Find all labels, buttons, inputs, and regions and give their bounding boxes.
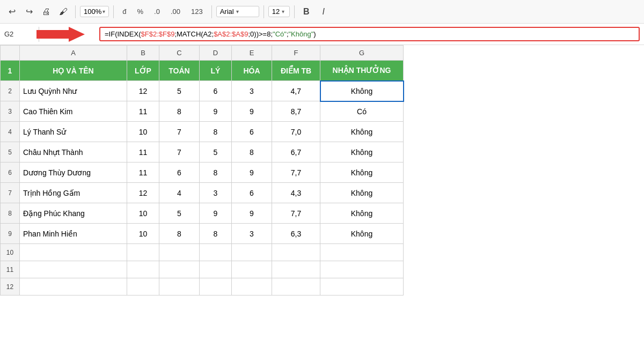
cell-name-8[interactable]: Đặng Phúc Khang bbox=[20, 203, 127, 224]
formula-input-box[interactable]: =IF(INDEX($F$2:$F$9;MATCH(A2;$A$2:$A$9;0… bbox=[99, 27, 640, 41]
cell-ly-7[interactable]: 3 bbox=[200, 183, 232, 203]
font-select[interactable]: Arial ▾ bbox=[216, 6, 259, 17]
empty-b-11[interactable] bbox=[127, 261, 159, 278]
col-header-c[interactable]: C bbox=[159, 46, 200, 61]
empty-e-12[interactable] bbox=[232, 278, 272, 295]
cell-hoa-9[interactable]: 3 bbox=[232, 224, 272, 244]
cell-hoa-8[interactable]: 9 bbox=[232, 203, 272, 224]
empty-f-10[interactable] bbox=[272, 244, 320, 261]
cell-hoa-5[interactable]: 8 bbox=[232, 142, 272, 162]
cell-lop-3[interactable]: 11 bbox=[127, 101, 159, 122]
cell-diem-5[interactable]: 6,7 bbox=[272, 142, 320, 162]
format-painter-button[interactable]: 🖌 bbox=[56, 4, 71, 19]
header-ly[interactable]: LÝ bbox=[200, 61, 232, 81]
cell-ly-2[interactable]: 6 bbox=[200, 81, 232, 101]
empty-a-10[interactable] bbox=[20, 244, 127, 261]
cell-ly-9[interactable]: 8 bbox=[200, 224, 232, 244]
cell-toan-4[interactable]: 7 bbox=[159, 122, 200, 142]
empty-c-12[interactable] bbox=[159, 278, 200, 295]
cell-name-7[interactable]: Trịnh Hồng Gấm bbox=[20, 183, 127, 203]
cell-hoa-2[interactable]: 3 bbox=[232, 81, 272, 101]
cell-diem-2[interactable]: 4,7 bbox=[272, 81, 320, 101]
cell-diem-4[interactable]: 7,0 bbox=[272, 122, 320, 142]
bold-button[interactable]: B bbox=[299, 4, 314, 19]
cell-result-5[interactable]: Không bbox=[320, 142, 404, 162]
decimal00-format-button[interactable]: .00 bbox=[166, 6, 185, 17]
empty-d-11[interactable] bbox=[200, 261, 232, 278]
empty-d-12[interactable] bbox=[200, 278, 232, 295]
cell-lop-6[interactable]: 11 bbox=[127, 162, 159, 183]
cell-ly-6[interactable]: 8 bbox=[200, 162, 232, 183]
empty-e-10[interactable] bbox=[232, 244, 272, 261]
cell-hoa-7[interactable]: 6 bbox=[232, 183, 272, 203]
cell-lop-2[interactable]: 12 bbox=[127, 81, 159, 101]
cell-result-9[interactable]: Không bbox=[320, 224, 404, 244]
decimal0-format-button[interactable]: .0 bbox=[150, 6, 164, 17]
header-toan[interactable]: TOÁN bbox=[159, 61, 200, 81]
header-diem-tb[interactable]: ĐIỂM TB bbox=[272, 61, 320, 81]
cell-lop-5[interactable]: 11 bbox=[127, 142, 159, 162]
header-nhan-thuong[interactable]: NHẬN THƯỞNG bbox=[320, 61, 404, 81]
currency-format-button[interactable]: đ bbox=[118, 6, 130, 17]
cell-diem-3[interactable]: 8,7 bbox=[272, 101, 320, 122]
col-header-g[interactable]: G bbox=[320, 46, 404, 61]
empty-a-11[interactable] bbox=[20, 261, 127, 278]
cell-result-3[interactable]: Có bbox=[320, 101, 404, 122]
cell-ly-8[interactable]: 9 bbox=[200, 203, 232, 224]
cell-lop-7[interactable]: 12 bbox=[127, 183, 159, 203]
col-header-d[interactable]: D bbox=[200, 46, 232, 61]
cell-name-2[interactable]: Lưu Quỳnh Như bbox=[20, 81, 127, 101]
empty-a-12[interactable] bbox=[20, 278, 127, 295]
empty-c-11[interactable] bbox=[159, 261, 200, 278]
zoom-select[interactable]: 100% ▾ bbox=[80, 6, 109, 17]
col-header-a[interactable]: A bbox=[20, 46, 127, 61]
cell-ly-3[interactable]: 9 bbox=[200, 101, 232, 122]
cell-ly-4[interactable]: 8 bbox=[200, 122, 232, 142]
header-lop[interactable]: LỚP bbox=[127, 61, 159, 81]
empty-f-12[interactable] bbox=[272, 278, 320, 295]
header-hoa[interactable]: HÓA bbox=[232, 61, 272, 81]
cell-lop-9[interactable]: 10 bbox=[127, 224, 159, 244]
number-format-button[interactable]: 123 bbox=[187, 6, 207, 17]
empty-b-10[interactable] bbox=[127, 244, 159, 261]
cell-result-4[interactable]: Không bbox=[320, 122, 404, 142]
cell-lop-4[interactable]: 10 bbox=[127, 122, 159, 142]
cell-lop-8[interactable]: 10 bbox=[127, 203, 159, 224]
empty-g-11[interactable] bbox=[320, 261, 404, 278]
cell-diem-7[interactable]: 4,3 bbox=[272, 183, 320, 203]
cell-result-6[interactable]: Không bbox=[320, 162, 404, 183]
cell-name-3[interactable]: Cao Thiên Kim bbox=[20, 101, 127, 122]
cell-toan-2[interactable]: 5 bbox=[159, 81, 200, 101]
cell-result-8[interactable]: Không bbox=[320, 203, 404, 224]
cell-toan-9[interactable]: 8 bbox=[159, 224, 200, 244]
italic-button[interactable]: I bbox=[316, 4, 331, 19]
cell-toan-8[interactable]: 5 bbox=[159, 203, 200, 224]
cell-hoa-4[interactable]: 6 bbox=[232, 122, 272, 142]
cell-diem-9[interactable]: 6,3 bbox=[272, 224, 320, 244]
cell-name-5[interactable]: Châu Nhựt Thành bbox=[20, 142, 127, 162]
percent-format-button[interactable]: % bbox=[133, 6, 148, 17]
empty-f-11[interactable] bbox=[272, 261, 320, 278]
empty-d-10[interactable] bbox=[200, 244, 232, 261]
cell-ly-5[interactable]: 5 bbox=[200, 142, 232, 162]
col-header-e[interactable]: E bbox=[232, 46, 272, 61]
cell-hoa-3[interactable]: 9 bbox=[232, 101, 272, 122]
cell-result-7[interactable]: Không bbox=[320, 183, 404, 203]
empty-e-11[interactable] bbox=[232, 261, 272, 278]
col-header-b[interactable]: B bbox=[127, 46, 159, 61]
undo-button[interactable]: ↩ bbox=[4, 4, 19, 19]
cell-diem-6[interactable]: 7,7 bbox=[272, 162, 320, 183]
col-header-f[interactable]: F bbox=[272, 46, 320, 61]
header-ho-va-ten[interactable]: HỌ VÀ TÊN bbox=[20, 61, 127, 81]
cell-toan-3[interactable]: 8 bbox=[159, 101, 200, 122]
cell-toan-7[interactable]: 4 bbox=[159, 183, 200, 203]
cell-toan-6[interactable]: 6 bbox=[159, 162, 200, 183]
empty-g-10[interactable] bbox=[320, 244, 404, 261]
redo-button[interactable]: ↪ bbox=[21, 4, 36, 19]
cell-diem-8[interactable]: 7,7 bbox=[272, 203, 320, 224]
cell-name-9[interactable]: Phan Minh Hiền bbox=[20, 224, 127, 244]
empty-b-12[interactable] bbox=[127, 278, 159, 295]
cell-toan-5[interactable]: 7 bbox=[159, 142, 200, 162]
cell-hoa-6[interactable]: 9 bbox=[232, 162, 272, 183]
cell-name-6[interactable]: Dương Thùy Dương bbox=[20, 162, 127, 183]
